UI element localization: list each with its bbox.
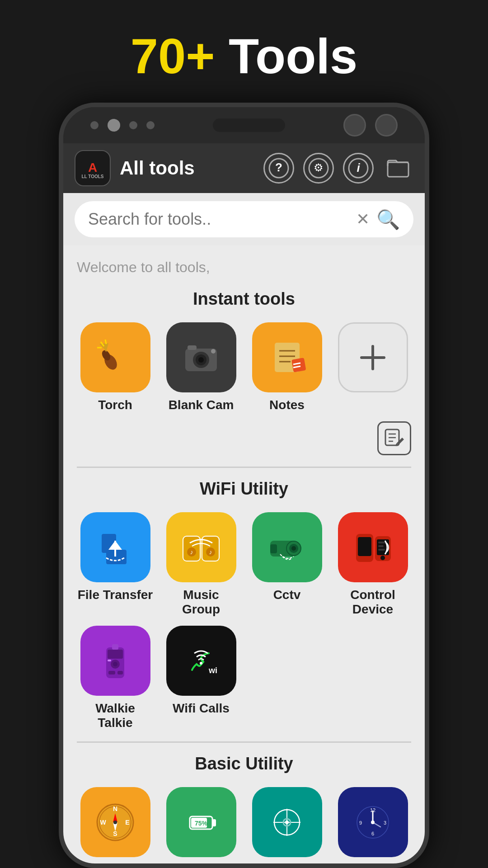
svg-text:A: A <box>88 160 97 175</box>
svg-text:♪: ♪ <box>209 548 212 556</box>
wifi-tools-grid: File Transfer ♪ ♪ Music Group <box>77 512 411 730</box>
search-bar-container: ✕ 🔍 <box>63 193 425 245</box>
file-transfer-label: File Transfer <box>78 588 153 602</box>
torch-icon <box>80 322 150 392</box>
divider-1 <box>77 467 411 468</box>
tool-walkie-talkie[interactable]: Walkie Talkie <box>77 626 154 730</box>
edit-btn-row <box>77 421 411 455</box>
help-button[interactable]: ? <box>263 153 294 184</box>
music-group-label: Music Group <box>163 588 239 617</box>
tool-music-group[interactable]: ♪ ♪ Music Group <box>163 512 239 617</box>
compass-icon: N S W E <box>80 787 150 857</box>
tool-level[interactable]: Level <box>249 787 325 863</box>
dot2 <box>108 119 120 132</box>
svg-text:?: ? <box>275 160 282 174</box>
walkie-talkie-label: Walkie Talkie <box>77 701 154 730</box>
svg-point-77 <box>113 821 117 824</box>
svg-text:⚙: ⚙ <box>314 161 324 174</box>
level-icon <box>252 787 322 857</box>
instant-tools-grid: Torch Blank Cam <box>77 322 411 412</box>
dot1 <box>90 121 99 129</box>
page-header: 70+ Tools <box>0 0 488 103</box>
svg-rect-36 <box>106 550 127 564</box>
control-device-label: Control Device <box>334 588 411 617</box>
tool-control-device[interactable]: Control Device <box>334 512 411 617</box>
svg-point-88 <box>285 821 289 824</box>
svg-point-62 <box>113 662 117 666</box>
basic-tools-grid: N S W E Compass <box>77 787 411 863</box>
welcome-text: Welcome to all tools, <box>77 255 411 280</box>
title-text: Tools <box>215 28 357 84</box>
svg-line-14 <box>105 340 106 344</box>
svg-text:♪: ♪ <box>190 548 193 556</box>
battery-icon: 75% <box>166 787 236 857</box>
tool-altimeter[interactable]: 12 3 6 9 Altimeter <box>334 787 411 863</box>
svg-point-97 <box>371 821 375 824</box>
control-device-icon <box>338 512 408 582</box>
tool-file-transfer[interactable]: File Transfer <box>77 512 154 617</box>
tool-compass[interactable]: N S W E Compass <box>77 787 154 863</box>
compass-label: Compass <box>87 863 144 863</box>
camera-circle1 <box>343 114 366 137</box>
edit-button[interactable] <box>377 421 411 455</box>
svg-point-67 <box>200 662 202 665</box>
svg-text:LL TOOLS: LL TOOLS <box>81 174 103 179</box>
info-button[interactable]: i <box>343 153 374 184</box>
search-bar[interactable]: ✕ 🔍 <box>75 201 413 237</box>
search-clear-icon[interactable]: ✕ <box>356 210 370 229</box>
wifi-utility-title: WiFi Utility <box>77 479 411 499</box>
music-group-icon: ♪ ♪ <box>166 512 236 582</box>
dot3 <box>129 121 137 129</box>
file-transfer-icon <box>80 512 150 582</box>
basic-utility-title: Basic Utility <box>77 754 411 774</box>
app-logo: A LL TOOLS <box>75 150 111 186</box>
tool-blank-cam[interactable]: Blank Cam <box>163 322 239 412</box>
notes-label: Notes <box>269 398 305 412</box>
svg-point-19 <box>198 357 204 363</box>
instant-tools-title: Instant tools <box>77 289 411 309</box>
svg-text:E: E <box>125 819 129 826</box>
app-bar-icons: ? ⚙ i <box>263 153 413 184</box>
add-icon <box>338 322 408 392</box>
app-title: All tools <box>120 157 254 179</box>
svg-text:75%: 75% <box>195 820 208 827</box>
notes-icon <box>252 322 322 392</box>
tool-torch[interactable]: Torch <box>77 322 154 412</box>
svg-rect-60 <box>112 644 118 650</box>
svg-text:6: 6 <box>371 831 374 836</box>
svg-rect-51 <box>358 537 371 556</box>
svg-rect-20 <box>188 345 197 350</box>
svg-rect-80 <box>212 819 216 826</box>
svg-rect-65 <box>108 660 111 661</box>
phone-notch <box>213 118 285 132</box>
content-area: Welcome to all tools, Instant tools Torc… <box>63 245 425 863</box>
svg-text:9: 9 <box>359 820 362 826</box>
phone-top-bar <box>63 107 425 143</box>
svg-point-48 <box>291 546 296 551</box>
svg-rect-63 <box>108 671 115 675</box>
divider-2 <box>77 741 411 743</box>
svg-text:W: W <box>100 819 106 826</box>
tool-cctv[interactable]: Cctv <box>249 512 325 617</box>
cctv-icon <box>252 512 322 582</box>
tool-battery[interactable]: 75% Battery <box>163 787 239 863</box>
svg-rect-64 <box>117 671 123 675</box>
tool-notes[interactable]: Notes <box>249 322 325 412</box>
tool-wifi-calls[interactable]: wi Wifi Calls <box>163 626 239 730</box>
folder-button[interactable] <box>383 153 413 184</box>
tool-add[interactable] <box>334 322 411 412</box>
cctv-label: Cctv <box>273 588 301 602</box>
svg-rect-9 <box>388 162 408 177</box>
title-number: 70+ <box>131 28 215 84</box>
settings-button[interactable]: ⚙ <box>303 153 334 184</box>
camera-right <box>343 114 398 137</box>
walkie-talkie-icon <box>80 626 150 696</box>
search-magnify-icon[interactable]: 🔍 <box>376 208 400 231</box>
blank-cam-label: Blank Cam <box>169 398 234 412</box>
altimeter-label: Altimeter <box>345 863 400 863</box>
svg-rect-49 <box>270 544 277 553</box>
svg-point-21 <box>211 349 216 354</box>
app-bar: A LL TOOLS All tools ? ⚙ i <box>63 143 425 193</box>
search-input[interactable] <box>88 210 349 229</box>
blank-cam-icon <box>166 322 236 392</box>
